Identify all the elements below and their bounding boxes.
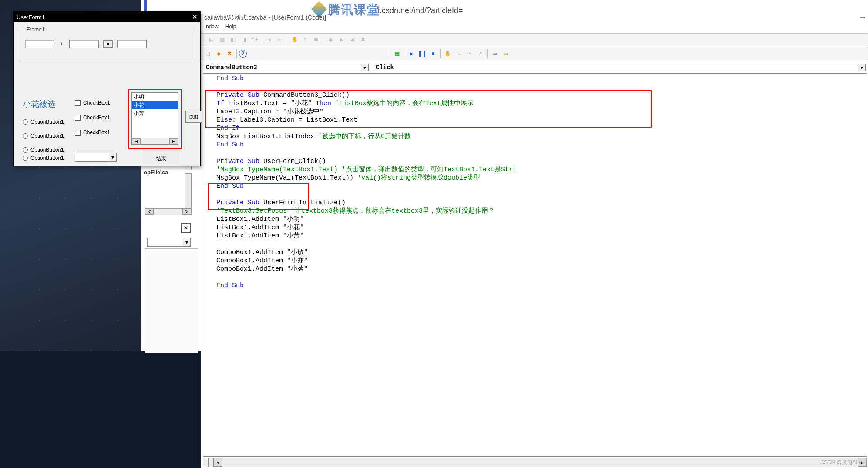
chevron-down-icon: ▾ — [361, 64, 369, 71]
code-text[interactable]: End Sub Private Sub CommandButton3_Click… — [203, 74, 652, 291]
frame1: Frame1 + = — [20, 27, 194, 61]
frame1-caption: Frame1 — [25, 27, 46, 33]
properties-pane-path-fragment: opFile\ca — [144, 169, 168, 176]
vbe-title-bar: catiavba\转格式.catvba - [UserForm1 (Code)] — [201, 13, 652, 23]
optionbutton2[interactable]: OptionButton1 — [23, 133, 64, 139]
list-constants-icon[interactable]: ▥ — [217, 35, 227, 44]
checkbox2[interactable]: CheckBox1 — [75, 115, 110, 121]
label3-result: 小花被选 — [23, 98, 56, 110]
menu-window-partial[interactable]: ndow — [203, 23, 221, 32]
optionbutton4[interactable]: OptionButton1 — [23, 155, 64, 161]
code-pane-dropdowns: CommandButton3 ▾ Click ▾ — [203, 63, 652, 72]
annotation-red-box-listbox: 小明 小花 小芳 ◂ ▸ — [128, 89, 182, 149]
step-over-icon[interactable]: ↷ — [464, 49, 474, 58]
step-into-icon[interactable]: ↘ — [454, 49, 463, 58]
commandbutton-end[interactable]: 结束 — [142, 153, 180, 164]
bookmark-clear-icon[interactable]: ✖ — [358, 35, 368, 44]
vbaproject-icon[interactable]: ▦ — [392, 49, 402, 58]
scroll-left-icon[interactable]: ◂ — [132, 138, 141, 144]
optionbutton1[interactable]: OptionButton1 — [23, 119, 64, 125]
object-dropdown-value: CommandButton3 — [206, 64, 257, 71]
list-item[interactable]: 小明 — [132, 93, 178, 101]
properties-pane-hscrollbar[interactable]: < > — [145, 208, 192, 215]
quick-info-icon[interactable]: ◧ — [228, 35, 238, 44]
comment-block-icon[interactable]: ≡ — [300, 35, 310, 44]
step-out-icon[interactable]: ↗ — [475, 49, 485, 58]
toolbar-debug: ◫ ◆ ✖ ? ▦ ▶ ❚❚ ■ ✋ ↘ ↷ ↗ ▭ ▭ — [201, 47, 652, 60]
procedure-dropdown-value: Click — [376, 64, 394, 71]
list-item[interactable]: 小芳 — [132, 109, 178, 118]
bookmark-prev-icon[interactable]: ◀ — [347, 35, 357, 44]
checkbox3[interactable]: CheckBox1 — [75, 129, 110, 136]
listbox-hscrollbar[interactable]: ◂ ▸ — [131, 138, 178, 145]
scroll-left-icon[interactable]: < — [145, 209, 154, 215]
menu-help[interactable]: Help — [223, 23, 239, 32]
close-icon[interactable]: ✕ — [192, 13, 198, 21]
panel-close-button[interactable]: ✕ — [181, 223, 191, 233]
scroll-right-icon[interactable]: > — [182, 209, 191, 215]
userform-window: UserForm1 ✕ Frame1 + = 小花被选 CheckBox1 Ch… — [13, 11, 201, 166]
plus-label: + — [59, 41, 65, 47]
list-item-selected[interactable]: 小花 — [132, 101, 178, 109]
breakpoint-hand-icon[interactable]: ✋ — [443, 49, 452, 58]
userform-title-text: UserForm1 — [17, 14, 45, 20]
listbox1[interactable]: 小明 小花 小芳 — [131, 92, 178, 139]
checkbox-column: CheckBox1 CheckBox1 CheckBox1 — [75, 100, 110, 136]
scroll-right-icon[interactable]: ▸ — [169, 138, 178, 144]
optionbutton3[interactable]: OptionButton1 — [23, 147, 64, 153]
checkbox1[interactable]: CheckBox1 — [75, 100, 110, 106]
chevron-down-icon: ▾ — [109, 153, 116, 161]
parameter-info-icon[interactable]: ◨ — [239, 35, 249, 44]
indent-icon[interactable]: ⇥ — [264, 35, 274, 44]
vbe-title-text: catiavba\转格式.catvba - [UserForm1 (Code)] — [204, 14, 326, 22]
complete-word-icon[interactable]: A± — [250, 35, 259, 44]
optionbutton-column: OptionButton1 OptionButton1 OptionButton… — [23, 119, 64, 153]
bookmark-toggle-icon[interactable]: ◆ — [326, 35, 335, 44]
textbox3[interactable] — [117, 40, 147, 48]
toolbar-edit: ▤ ▥ ◧ ◨ A± ⇥ ⇤ ✋ ≡ ≣ ◆ ▶ ◀ ✖ — [201, 33, 652, 46]
breakpoint-icon[interactable]: ✋ — [289, 35, 299, 44]
combobox1[interactable]: ▾ — [75, 153, 117, 162]
properties-category-dropdown[interactable]: ▾ — [147, 238, 191, 247]
menu-bar: ndow Help — [201, 23, 652, 32]
textbox2[interactable] — [69, 40, 99, 48]
help-icon[interactable]: ? — [239, 50, 247, 58]
stop-icon[interactable]: ■ — [428, 49, 438, 58]
immediate-window-icon[interactable]: ▭ — [501, 49, 510, 58]
procedure-dropdown[interactable]: Click ▾ — [373, 63, 652, 72]
outdent-icon[interactable]: ⇤ — [275, 35, 285, 44]
properties-grid[interactable] — [145, 248, 198, 351]
run-icon[interactable]: ▶ — [407, 49, 416, 58]
toolbox-icon[interactable]: ✖ — [225, 49, 234, 58]
commandbutton-butt[interactable]: butt — [185, 111, 202, 123]
chevron-down-icon: ▾ — [183, 238, 190, 246]
pause-icon[interactable]: ❚❚ — [417, 49, 427, 58]
equals-button[interactable]: = — [103, 40, 113, 48]
list-properties-icon[interactable]: ▤ — [206, 35, 216, 44]
properties-pane-vscrollbar[interactable] — [185, 173, 192, 208]
design-mode-icon[interactable]: ◫ — [203, 49, 212, 58]
locals-window-icon[interactable]: ▭ — [490, 49, 499, 58]
userform-title-bar[interactable]: UserForm1 ✕ — [14, 12, 200, 22]
uncomment-block-icon[interactable]: ≣ — [311, 35, 321, 44]
object-dropdown[interactable]: CommandButton3 ▾ — [203, 63, 370, 72]
bookmark-next-icon[interactable]: ▶ — [336, 35, 346, 44]
orange-icon[interactable]: ◆ — [214, 49, 223, 58]
textbox1[interactable] — [25, 40, 54, 48]
code-editor[interactable]: End Sub Private Sub CommandButton3_Click… — [203, 73, 652, 351]
